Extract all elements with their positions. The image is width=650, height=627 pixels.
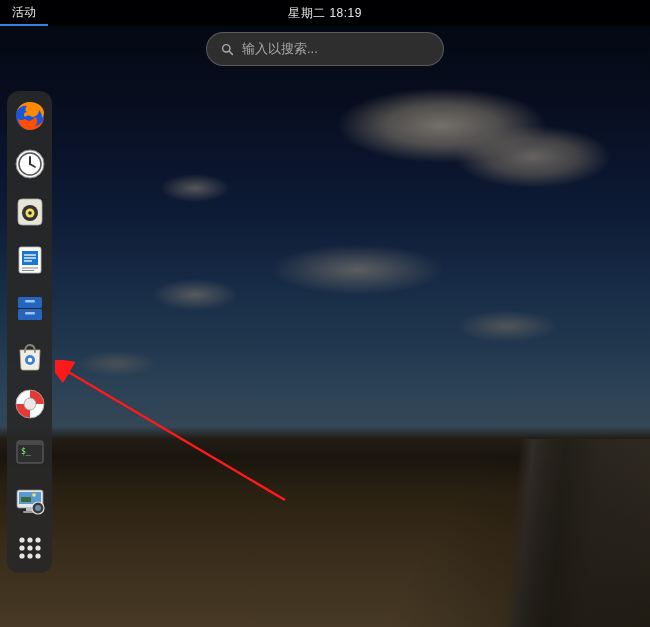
svg-rect-20 bbox=[25, 300, 35, 303]
svg-point-7 bbox=[28, 163, 30, 165]
svg-point-38 bbox=[35, 505, 41, 511]
screenshot-icon bbox=[14, 484, 46, 516]
svg-rect-29 bbox=[17, 441, 43, 445]
dash: $_ bbox=[7, 91, 52, 573]
svg-rect-33 bbox=[21, 497, 31, 502]
overview-search-input[interactable]: 输入以搜索... bbox=[206, 32, 444, 66]
svg-point-41 bbox=[35, 537, 40, 542]
activities-button[interactable]: 活动 bbox=[0, 0, 48, 26]
svg-point-39 bbox=[19, 537, 24, 542]
app-terminal[interactable]: $_ bbox=[13, 435, 47, 469]
app-screenshot[interactable] bbox=[13, 483, 47, 517]
svg-point-24 bbox=[27, 358, 31, 362]
app-files-drawer[interactable] bbox=[13, 291, 47, 325]
archive-drawer-icon bbox=[14, 292, 46, 324]
svg-point-27 bbox=[24, 398, 36, 410]
speaker-icon bbox=[14, 196, 46, 228]
svg-text:$_: $_ bbox=[21, 447, 31, 456]
svg-rect-22 bbox=[25, 312, 35, 315]
app-help[interactable] bbox=[13, 387, 47, 421]
svg-point-40 bbox=[27, 537, 32, 542]
clock-label[interactable]: 星期二 18:19 bbox=[288, 5, 362, 22]
svg-point-42 bbox=[19, 545, 24, 550]
shopping-bag-icon bbox=[14, 340, 46, 372]
svg-point-11 bbox=[28, 211, 32, 215]
app-rhythmbox[interactable] bbox=[13, 195, 47, 229]
svg-point-45 bbox=[19, 553, 24, 558]
search-placeholder: 输入以搜索... bbox=[242, 40, 318, 58]
writer-document-icon bbox=[14, 244, 46, 276]
svg-point-47 bbox=[35, 553, 40, 558]
overview-dim-overlay bbox=[0, 0, 650, 627]
app-firefox[interactable] bbox=[13, 99, 47, 133]
grid-apps-icon bbox=[14, 532, 46, 564]
show-apps-button[interactable] bbox=[13, 531, 47, 565]
svg-point-46 bbox=[27, 553, 32, 558]
app-clock[interactable] bbox=[13, 147, 47, 181]
life-ring-icon bbox=[14, 388, 46, 420]
svg-point-43 bbox=[27, 545, 32, 550]
svg-point-34 bbox=[32, 493, 36, 497]
terminal-icon: $_ bbox=[14, 436, 46, 468]
search-icon bbox=[221, 43, 234, 56]
firefox-icon bbox=[14, 100, 46, 132]
app-libreoffice-writer[interactable] bbox=[13, 243, 47, 277]
svg-point-44 bbox=[35, 545, 40, 550]
svg-line-1 bbox=[229, 51, 232, 54]
top-bar: 活动 星期二 18:19 bbox=[0, 0, 650, 26]
clock-icon bbox=[14, 148, 46, 180]
app-software-center[interactable] bbox=[13, 339, 47, 373]
